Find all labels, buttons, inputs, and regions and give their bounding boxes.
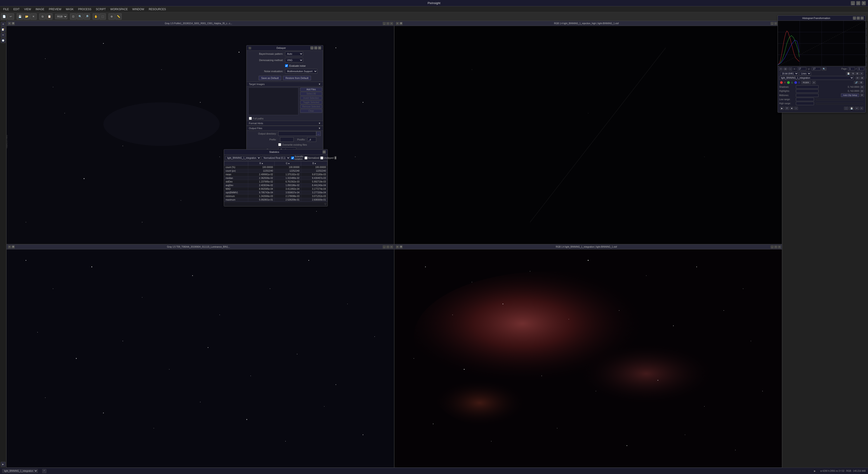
img2-maximize[interactable]: □	[774, 22, 777, 25]
zoom-in-btn[interactable]: 🔍	[77, 13, 83, 20]
image-titlebar-4[interactable]: ≡ 🖼 RGB 1:4 light_BINNING_1_integration …	[395, 244, 782, 249]
img4-canvas[interactable]	[395, 249, 782, 468]
hand-btn[interactable]: ✋	[93, 13, 99, 20]
alpha-btn[interactable]: A	[812, 81, 816, 84]
image-titlebar-2[interactable]: ≡ 🖼 RGB 1:4 light_BINNING_1_rejection_hi…	[395, 21, 782, 26]
hist-view-select[interactable]: Lines	[799, 72, 811, 76]
invert-selection-btn[interactable]: Invert Selection	[300, 96, 322, 100]
histogram-expand[interactable]: □	[857, 17, 860, 20]
image-titlebar-3[interactable]: ≡ 🖼 Gray 1:5 T09_T0604A_20190604_011115_…	[6, 244, 394, 249]
status-check-btn[interactable]: ✓	[42, 469, 46, 473]
close-btn2[interactable]: ✕	[30, 13, 37, 20]
hist-fullscreen-btn[interactable]: ⊞	[855, 72, 860, 75]
hist-list-btn[interactable]: ≡	[860, 72, 863, 75]
window-controls[interactable]: _ □ ×	[851, 1, 866, 5]
hist-zoom-full-btn[interactable]: 🔍	[822, 67, 827, 70]
hist-zoom-x-input[interactable]	[797, 67, 806, 70]
img2-menu-btn[interactable]: ≡	[396, 22, 399, 25]
menu-resources[interactable]: RESOURCES	[147, 7, 168, 11]
unclipped-cb[interactable]	[320, 156, 323, 159]
hist-cancel-btn[interactable]: ×	[860, 107, 863, 110]
menu-process[interactable]: PROCESS	[76, 7, 94, 11]
sidebar-expand-btn[interactable]: ▶	[1, 462, 6, 467]
zoom-fit-btn[interactable]: ⊡	[70, 13, 76, 20]
hist-save-btn[interactable]: 💾	[849, 107, 854, 110]
histogram-graph[interactable]	[778, 21, 866, 66]
new-btn[interactable]: 📄	[1, 13, 7, 20]
hist-page-total-input[interactable]	[857, 67, 864, 70]
image-titlebar-1[interactable]: ≡ 🖼 Gray 1:5 PuWe1_20190214_S001_R001_C0…	[6, 21, 394, 26]
hist-zoom-out-btn[interactable]: −	[788, 67, 792, 70]
bayer-pattern-select[interactable]: Auto RGGB BGGR	[285, 52, 303, 56]
menu-view[interactable]: VIEW	[22, 7, 33, 11]
hist-circle-btn[interactable]: ○	[794, 107, 798, 110]
sidebar-history-btn[interactable]: 🕐	[1, 38, 6, 43]
hist-undo-btn[interactable]: ↩	[855, 107, 859, 110]
hist-stop-btn[interactable]: ■	[790, 107, 794, 110]
debayer-title-bar[interactable]: ⬛ Debayer _ □ ×	[247, 46, 323, 51]
histogram-close[interactable]: ×	[861, 17, 864, 20]
highlights-reset-btn[interactable]: ⟳	[860, 90, 864, 93]
normalized-cb[interactable]	[305, 156, 307, 159]
toggle-selected-btn[interactable]: Toggle Selected	[300, 100, 322, 104]
img3-menu-btn[interactable]: ≡	[8, 245, 11, 248]
menu-window[interactable]: WINDOW	[130, 7, 147, 11]
restore-from-default-btn[interactable]: Restore from Default	[283, 76, 311, 80]
histogram-minimize[interactable]: _	[853, 17, 856, 20]
postfix-input[interactable]	[307, 137, 316, 142]
hist-image-select[interactable]: light_BINNING_1_integration	[779, 76, 854, 80]
scientific-notation-cb[interactable]	[291, 156, 294, 159]
format-hints-expand[interactable]: ▼	[318, 122, 321, 125]
remove-selected-btn[interactable]: Remove Selected	[300, 105, 322, 109]
menu-edit[interactable]: EDIT	[11, 7, 22, 11]
target-images-expand[interactable]: ▼	[318, 83, 321, 86]
select-btn[interactable]: ⬚	[99, 13, 106, 20]
save-as-default-btn[interactable]: Save as Default	[258, 76, 281, 80]
output-dir-input[interactable]	[278, 131, 316, 136]
zoom-out-btn[interactable]: 🔎	[84, 13, 90, 20]
noise-evaluation-select[interactable]: Multiresolution Support Median MRS	[285, 69, 317, 73]
auto-clip-setup-btn[interactable]: Auto Clip Setup	[841, 93, 859, 97]
demosaicing-select[interactable]: VNG AHD DCB	[285, 58, 303, 62]
output-files-expand[interactable]: ▼	[318, 127, 321, 129]
hist-run-btn[interactable]: ▶	[780, 107, 784, 110]
img3-maximize[interactable]: □	[386, 245, 390, 248]
shadows-input[interactable]: 0.00000000	[796, 85, 818, 89]
img3-canvas[interactable]	[6, 249, 394, 468]
midtones-reset-btn[interactable]: ⟳	[860, 94, 864, 97]
hist-copy-btn[interactable]: ⧉	[851, 72, 855, 75]
img1-close[interactable]: ×	[390, 22, 393, 25]
stats-close[interactable]: ×	[322, 150, 326, 153]
stats-mode-select[interactable]: Normalized Real (0,1)	[262, 156, 290, 160]
debayer-expand[interactable]: □	[314, 47, 317, 50]
crosshair-btn[interactable]: ⊕	[108, 13, 115, 20]
img1-canvas[interactable]: Gray 1:5 PuWe1	[6, 26, 394, 244]
select-all-btn[interactable]: Select All	[300, 92, 322, 96]
open-btn[interactable]: 📂	[24, 13, 30, 20]
high-range-input[interactable]: 1.000000	[796, 102, 814, 105]
maximize-btn[interactable]: □	[856, 1, 860, 5]
hist-link-btn[interactable]: 🔗	[854, 81, 859, 84]
stats-toolbar-btn[interactable]: ⊞	[335, 156, 336, 159]
img2-canvas[interactable]	[395, 26, 782, 244]
hist-settings-btn[interactable]: ⚙	[859, 81, 863, 84]
copy-btn[interactable]: ⧉	[39, 13, 46, 20]
low-range-slider[interactable]	[816, 99, 863, 100]
img2-minimize[interactable]: _	[771, 22, 774, 25]
sidebar-process-btn[interactable]: ⚙	[1, 22, 6, 27]
minimize-btn[interactable]: _	[851, 1, 855, 5]
color-mode-select[interactable]: RGB Gray	[55, 14, 67, 19]
evaluate-noise-checkbox[interactable]	[285, 64, 288, 67]
save-btn[interactable]: 💾	[17, 13, 23, 20]
stats-resize-btn[interactable]: ▽	[323, 202, 328, 206]
img4-maximize[interactable]: □	[774, 245, 777, 248]
midtones-input[interactable]: 0.50000000	[796, 94, 818, 97]
hist-page-input[interactable]	[848, 67, 855, 70]
high-range-slider[interactable]	[816, 103, 863, 104]
menu-preview[interactable]: PREVIEW	[46, 7, 64, 11]
status-image-select[interactable]: light_BINNING_1_integration	[2, 469, 38, 473]
rgb-k-btn[interactable]: RGB/K	[801, 81, 811, 84]
debayer-close[interactable]: ×	[318, 47, 321, 50]
low-range-input[interactable]: 0.000000	[796, 98, 814, 101]
stats-image-select[interactable]: light_BINNING_1_integration	[225, 156, 261, 160]
